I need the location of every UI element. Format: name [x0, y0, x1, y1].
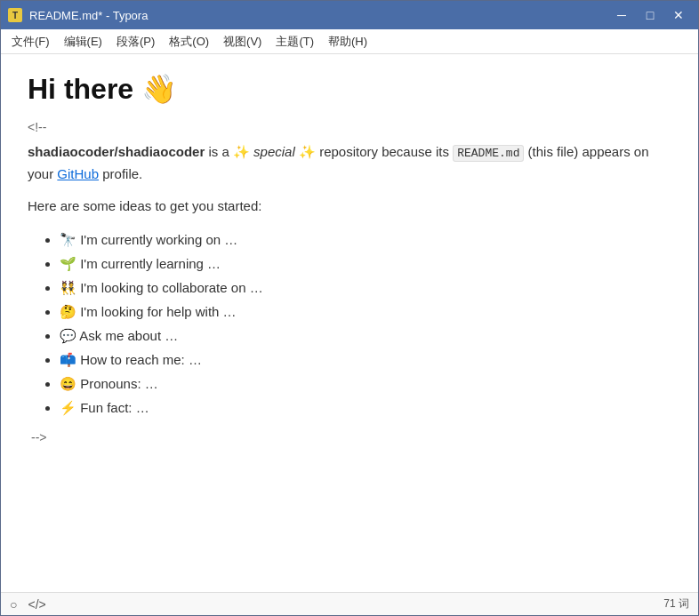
menu-help[interactable]: 帮助(H): [321, 31, 374, 52]
code-icon[interactable]: </>: [28, 597, 45, 612]
title-bar: T README.md* - Typora ─ □ ✕: [1, 1, 698, 29]
para1-text2: ✨ repository because its: [295, 144, 453, 159]
status-left: ○ </>: [10, 597, 46, 612]
para1-text1: is a ✨: [205, 144, 253, 159]
paragraph-1: shadiaocoder/shadiaocoder is a ✨ special…: [28, 141, 671, 185]
circle-icon: ○: [10, 597, 17, 612]
editor-content[interactable]: Hi there 👋 <!-- shadiaocoder/shadiaocode…: [1, 54, 698, 592]
idea-list: 🔭 I'm currently working on … 🌱 I'm curre…: [28, 228, 671, 420]
app-window: T README.md* - Typora ─ □ ✕ 文件(F) 编辑(E) …: [0, 0, 699, 616]
menu-view[interactable]: 视图(V): [216, 31, 269, 52]
menu-paragraph[interactable]: 段落(P): [109, 31, 162, 52]
window-title: README.md* - Typora: [29, 9, 609, 22]
github-link[interactable]: GitHub: [57, 166, 99, 181]
comment-close: -->: [31, 430, 671, 444]
close-button[interactable]: ✕: [666, 5, 691, 25]
list-item: 👯 I'm looking to collaborate on …: [60, 276, 671, 300]
list-item: 🤔 I'm looking for help with …: [60, 300, 671, 324]
para1-text4: profile.: [99, 166, 142, 181]
list-item: ⚡ Fun fact: …: [60, 396, 671, 420]
app-icon: T: [8, 8, 22, 22]
menu-file[interactable]: 文件(F): [4, 31, 57, 52]
code-inline: README.md: [453, 145, 524, 162]
word-count: 71 词: [663, 596, 689, 612]
paragraph-2: Here are some ideas to get you started:: [28, 196, 671, 217]
bold-link-text[interactable]: shadiaocoder/shadiaocoder: [28, 144, 205, 159]
list-item: 🌱 I'm currently learning …: [60, 252, 671, 276]
menu-format[interactable]: 格式(O): [162, 31, 216, 52]
list-item: 💬 Ask me about …: [60, 324, 671, 348]
list-item: 😄 Pronouns: …: [60, 372, 671, 396]
menu-bar: 文件(F) 编辑(E) 段落(P) 格式(O) 视图(V) 主题(T) 帮助(H…: [1, 29, 698, 54]
italic-text: special: [253, 144, 295, 159]
status-bar: ○ </> 71 词: [1, 592, 698, 615]
window-controls: ─ □ ✕: [609, 5, 691, 25]
list-item: 📫 How to reach me: …: [60, 348, 671, 372]
comment-open: <!--: [28, 120, 671, 134]
menu-edit[interactable]: 编辑(E): [57, 31, 109, 52]
minimize-button[interactable]: ─: [609, 5, 634, 25]
heading-h1: Hi there 👋: [28, 72, 671, 106]
list-item: 🔭 I'm currently working on …: [60, 228, 671, 252]
menu-theme[interactable]: 主题(T): [269, 31, 321, 52]
maximize-button[interactable]: □: [638, 5, 663, 25]
